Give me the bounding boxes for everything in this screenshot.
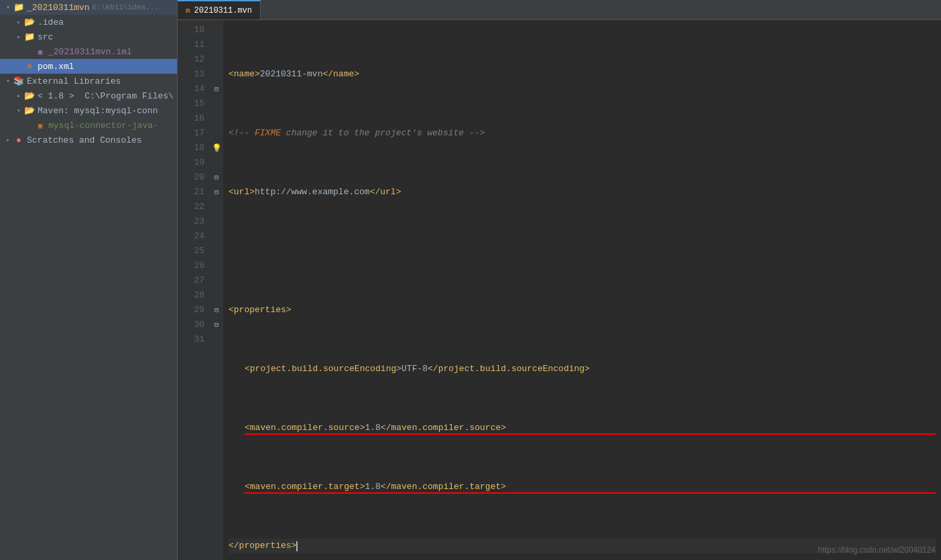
code-text[interactable]: <name>20210311-mvn</name> <!-- FIXME cha…	[223, 20, 941, 560]
project-root-path: E:\kb11\idea...	[92, 3, 159, 11]
src-label: src	[38, 32, 53, 42]
name-value: 20210311-mvn	[260, 67, 323, 82]
editor-content: 10 11 12 13 14 15 16 17 18 19 20 21 22 2…	[178, 20, 941, 560]
gutter-23	[210, 214, 223, 229]
project-tree: 📁 _20210311mvn E:\kb11\idea... 📂 .idea 📁…	[0, 0, 178, 560]
sidebar-item-idea[interactable]: 📂 .idea	[0, 15, 177, 29]
project-root-label: _20210311mvn	[27, 3, 90, 13]
text-cursor	[296, 541, 298, 551]
gutter-26	[210, 259, 223, 273]
gutter-13	[210, 67, 223, 82]
folder-icon-src: 📁	[24, 31, 35, 42]
folder-icon: 📁	[13, 2, 24, 13]
gutter-19	[210, 155, 223, 170]
code-line-12: <url>http://www.example.com</url>	[229, 185, 936, 200]
sidebar-item-pom[interactable]: m pom.xml	[0, 59, 177, 74]
tab-pom-xml[interactable]: m 20210311.mvn	[178, 0, 261, 19]
gutter-21[interactable]: ⊟	[210, 185, 223, 200]
gutter-29[interactable]: ⊟	[210, 303, 223, 318]
gutter-15	[210, 96, 223, 111]
tab-label: 20210311.mvn	[194, 6, 252, 15]
iml-label: _20210311mvn.iml	[48, 47, 132, 57]
extlib-icon: 📚	[13, 76, 24, 86]
folder-icon-idea: 📂	[24, 17, 35, 27]
gutter-24	[210, 229, 223, 244]
gutter-31	[210, 332, 223, 347]
gutter-17	[210, 126, 223, 141]
comment-text: change it to the project's website	[281, 126, 469, 141]
comment-open: <!--	[229, 126, 255, 141]
gutter-25	[210, 244, 223, 259]
pom-label: pom.xml	[38, 62, 74, 72]
code-line-16: <maven.compiler.source>1.8</maven.compil…	[229, 421, 936, 435]
tree-arrow-maven	[13, 107, 24, 115]
tab-icon-xml: m	[186, 7, 190, 15]
fixme-keyword: FIXME	[255, 126, 281, 141]
scratches-icon: ●	[13, 135, 24, 145]
gutter-27	[210, 273, 223, 288]
tree-arrow-jdk	[13, 92, 24, 100]
gutter-22	[210, 200, 223, 214]
gutter-14[interactable]: ⊟	[210, 82, 223, 96]
gutter-30[interactable]: ⊟	[210, 318, 223, 332]
maven-label: Maven: mysql:mysql-conn	[38, 106, 158, 116]
sidebar-item-scratches[interactable]: ● Scratches and Consoles	[0, 133, 177, 147]
to-text: to	[338, 128, 349, 138]
gutter-28	[210, 288, 223, 303]
gutter-16	[210, 111, 223, 126]
idea-label: .idea	[38, 17, 64, 27]
connector-label: mysql-connector-java-	[48, 121, 158, 131]
sidebar-item-connector[interactable]: ▣ mysql-connector-java-	[0, 118, 177, 133]
tree-arrow-idea	[13, 18, 24, 26]
iml-icon: ▣	[35, 46, 46, 57]
sidebar-item-jdk[interactable]: 📂 < 1.8 > C:\Program Files\	[0, 88, 177, 103]
folder-icon-maven: 📂	[24, 105, 35, 116]
comment-close: -->	[469, 126, 485, 141]
scratches-label: Scratches and Consoles	[27, 135, 142, 145]
gutter-12	[210, 52, 223, 67]
line-numbers: 10 11 12 13 14 15 16 17 18 19 20 21 22 2…	[178, 20, 210, 560]
tag-name-close: </name>	[322, 67, 359, 82]
xml-icon: m	[24, 61, 35, 72]
folder-icon-jdk: 📂	[24, 90, 35, 101]
gutter-10	[210, 23, 223, 38]
tree-arrow-project	[3, 3, 13, 11]
tree-arrow-src	[13, 33, 24, 41]
sidebar-item-project-root[interactable]: 📁 _20210311mvn E:\kb11\idea...	[0, 0, 177, 15]
editor-panel: m 20210311.mvn 10 11 12 13 14 15 16 17 1…	[178, 0, 941, 560]
tag-name: <name>	[229, 67, 260, 82]
sidebar-item-iml[interactable]: ▣ _20210311mvn.iml	[0, 44, 177, 59]
sidebar-item-external-libraries[interactable]: 📚 External Libraries	[0, 74, 177, 88]
editor-tabs: m 20210311.mvn	[178, 0, 941, 20]
code-line-11: <!-- FIXME change it to the project's we…	[229, 126, 936, 141]
sidebar-item-maven-mysql[interactable]: 📂 Maven: mysql:mysql-conn	[0, 103, 177, 118]
code-line-14: <properties>	[229, 303, 936, 318]
tree-arrow-scratches	[3, 136, 13, 144]
tree-arrow-extlib	[3, 77, 13, 85]
extlib-label: External Libraries	[27, 76, 121, 86]
gutter-18[interactable]: 💡	[210, 141, 223, 155]
sidebar-item-src[interactable]: 📁 src	[0, 29, 177, 44]
code-line-13	[229, 244, 936, 259]
code-line-10: <name>20210311-mvn</name>	[229, 67, 936, 82]
gutter-20[interactable]: ⊟	[210, 170, 223, 185]
code-line-17: <maven.compiler.target>1.8</maven.compil…	[229, 480, 936, 494]
code-gutter: ⊟ 💡 ⊟ ⊟ ⊟ ⊟	[210, 20, 223, 560]
jdk-label: < 1.8 > C:\Program Files\	[38, 91, 174, 101]
watermark: https://blog.csdn.net/wl20040124	[818, 545, 936, 555]
jar-icon: ▣	[35, 120, 46, 131]
gutter-11	[210, 38, 223, 52]
code-line-15: <project.build.sourceEncoding>UTF-8</pro…	[229, 362, 936, 376]
